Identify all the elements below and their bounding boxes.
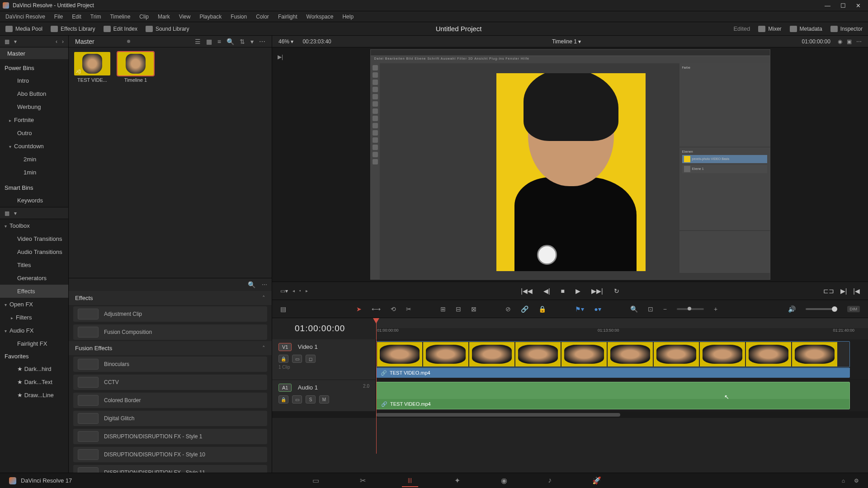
bin-fortnite[interactable]: Fortnite xyxy=(0,113,68,127)
fx-colored-border[interactable]: Colored Border xyxy=(73,393,267,408)
video-track-header[interactable]: V1 Video 1 🔒 ▭ ◻ 1 Clip xyxy=(272,339,376,380)
zoom-in-icon[interactable]: + xyxy=(714,305,717,313)
fx-generators[interactable]: Generators xyxy=(0,272,68,285)
media-page[interactable]: ▭ xyxy=(308,474,324,487)
v1-tag[interactable]: V1 xyxy=(278,343,292,351)
fx-audio-transitions[interactable]: Audio Transitions xyxy=(0,245,68,258)
search-icon[interactable]: 🔍 xyxy=(226,38,234,45)
toolbox-view-icon[interactable]: ▦ xyxy=(5,210,9,216)
toolbox-dd-icon[interactable]: ▾ xyxy=(14,210,17,216)
mark-dot-icon[interactable]: • xyxy=(299,288,301,293)
fusion-effects-category[interactable]: Fusion Effects˄ xyxy=(69,341,272,355)
sound-library-toggle[interactable]: Sound Library xyxy=(146,26,189,32)
overwrite-icon[interactable]: ⊟ xyxy=(456,305,461,313)
video-clip[interactable] xyxy=(376,341,850,367)
fx-digital-glitch[interactable]: Digital Glitch xyxy=(73,411,267,426)
bin-view-icon[interactable]: ▦ xyxy=(5,38,9,45)
blade-tool[interactable]: ✂ xyxy=(406,305,411,313)
strip-view-icon[interactable]: ≡ xyxy=(217,38,221,45)
menu-clip[interactable]: Clip xyxy=(139,14,149,20)
menu-workspace[interactable]: Workspace xyxy=(307,14,334,20)
menu-fairlight[interactable]: Fairlight xyxy=(278,14,297,20)
toolbox-header[interactable]: Toolbox xyxy=(0,219,68,232)
fx-filters[interactable]: Filters xyxy=(0,311,68,324)
zoom-search-icon[interactable]: 🔍 xyxy=(630,305,638,313)
audio-track-header[interactable]: A1 Audio 1 2.0 🔒 ▭ S M xyxy=(272,380,376,411)
fx-binoculars[interactable]: Binoculars xyxy=(73,357,267,372)
openfx-header[interactable]: Open FX xyxy=(0,298,68,311)
zoom-out-icon[interactable]: − xyxy=(663,305,667,313)
audio-clip[interactable]: 🔗TEST VIDEO.mp4 xyxy=(376,382,850,409)
dual-view-icon[interactable]: ▣ xyxy=(847,38,852,45)
timeline-view-icon[interactable]: ▤ xyxy=(280,305,286,313)
fx-titles[interactable]: Titles xyxy=(0,258,68,272)
zoom-fit-icon[interactable]: ⊡ xyxy=(648,305,653,313)
fusion-page[interactable]: ✦ xyxy=(450,474,465,487)
fx-disruption-1[interactable]: DISRUPTION/DISRUPTION FX - Style 1 xyxy=(73,429,267,444)
stop-button[interactable]: ■ xyxy=(561,287,565,295)
master-bin[interactable]: Master xyxy=(0,47,68,59)
audiofx-header[interactable]: Audio FX xyxy=(0,324,68,337)
bin-2min[interactable]: 2min xyxy=(0,153,68,166)
timeline-ruler[interactable]: 01:00:00:00 01:00:00:00 01:13:50:00 01:2… xyxy=(272,318,868,339)
prev-mark-icon[interactable]: ◂ xyxy=(292,288,295,293)
sort-icon[interactable]: ⇅ xyxy=(240,38,245,45)
fx-cctv[interactable]: CCTV xyxy=(73,375,267,390)
volume-slider[interactable] xyxy=(806,308,837,310)
bin-fwd-icon[interactable]: › xyxy=(62,38,64,45)
color-page[interactable]: ◉ xyxy=(496,474,512,487)
fx-effects[interactable]: Effects xyxy=(0,285,68,298)
dropdown-icon[interactable]: ▾ xyxy=(250,38,254,45)
bin-keywords[interactable]: Keywords xyxy=(0,194,68,207)
bin-abo-button[interactable]: Abo Button xyxy=(0,87,68,100)
edit-page[interactable]: ⫼ xyxy=(402,474,418,487)
mixer-toggle[interactable]: Mixer xyxy=(758,26,781,32)
deliver-page[interactable]: 🚀 xyxy=(588,474,606,487)
menu-fusion[interactable]: Fusion xyxy=(231,14,247,20)
menu-timeline[interactable]: Timeline xyxy=(110,14,130,20)
lock-icon[interactable]: 🔒 xyxy=(538,305,546,313)
track-lock-icon[interactable]: 🔒 xyxy=(278,355,288,363)
dynamic-trim-tool[interactable]: ⟲ xyxy=(391,305,396,313)
insert-icon[interactable]: ⊞ xyxy=(440,305,446,313)
close-button[interactable]: ✕ xyxy=(856,2,861,9)
effects-category[interactable]: Effects˄ xyxy=(69,291,272,305)
fav-3[interactable]: ★ Draw...Line xyxy=(0,389,68,402)
a1-tag[interactable]: A1 xyxy=(278,384,292,392)
bin-back-icon[interactable]: ‹ xyxy=(56,38,57,45)
menu-playback[interactable]: Playback xyxy=(199,14,222,20)
solo-button[interactable]: S xyxy=(306,395,316,404)
skip-back-button[interactable]: |◀◀ xyxy=(521,287,533,295)
smart-bins-header[interactable]: Smart Bins xyxy=(0,182,68,194)
power-bins-header[interactable]: Power Bins xyxy=(0,62,68,74)
audio-auto-icon[interactable]: ▭ xyxy=(292,395,302,404)
effects-more-icon[interactable]: ⋯ xyxy=(262,282,267,288)
menu-help[interactable]: Help xyxy=(342,14,354,20)
zoom-slider[interactable] xyxy=(677,308,704,310)
fx-video-transitions[interactable]: Video Transitions xyxy=(0,232,68,245)
timeline-scrollbar[interactable] xyxy=(272,412,868,418)
more-icon[interactable]: ⋯ xyxy=(259,38,265,45)
bin-options-icon[interactable]: ▾ xyxy=(14,38,17,45)
viewer-more-icon[interactable]: ⋯ xyxy=(856,38,862,45)
trim-tool[interactable]: ⟷ xyxy=(372,305,381,313)
replace-icon[interactable]: ⊠ xyxy=(471,305,476,313)
effects-library-toggle[interactable]: Effects Library xyxy=(51,26,95,32)
maximize-button[interactable]: ☐ xyxy=(840,2,846,9)
mute-button[interactable]: M xyxy=(319,395,329,404)
next-mark-icon[interactable]: ▸ xyxy=(306,288,308,293)
bin-1min[interactable]: 1min xyxy=(0,166,68,179)
step-forward-icon[interactable]: ▶| xyxy=(278,54,283,60)
timeline-selector[interactable]: Timeline 1 ▾ xyxy=(552,38,581,45)
bin-intro[interactable]: Intro xyxy=(0,74,68,87)
track-auto-select-icon[interactable]: ▭ xyxy=(292,355,302,363)
bin-werbung[interactable]: Werbung xyxy=(0,100,68,113)
effects-search-icon[interactable]: 🔍 xyxy=(248,281,255,288)
bypass-icon[interactable]: ◉ xyxy=(838,38,842,45)
speaker-icon[interactable]: 🔊 xyxy=(788,305,796,313)
loop-button[interactable]: ↻ xyxy=(614,287,619,295)
play-button[interactable]: ▶ xyxy=(576,287,580,295)
match-frame-icon[interactable]: ⊏⊐ xyxy=(823,287,834,295)
home-icon[interactable]: ⌂ xyxy=(842,478,845,484)
program-viewer[interactable]: ▶| Datei Bearbeiten Bild Ebene Schrift A… xyxy=(272,47,868,282)
